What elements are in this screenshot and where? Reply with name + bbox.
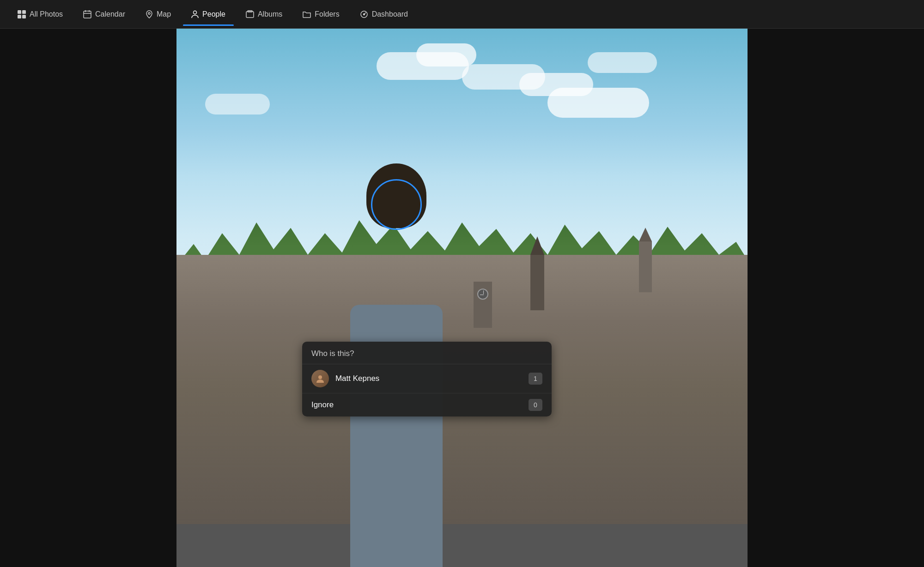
nav-item-calendar[interactable]: Calendar [75,7,134,21]
person-avatar [311,370,329,387]
svg-point-9 [194,11,197,14]
nav-label-dashboard: Dashboard [372,10,408,18]
church-steeple [639,228,652,241]
ignore-count: 0 [529,399,542,411]
nav-label-folders: Folders [315,10,339,18]
nav-item-all-photos[interactable]: All Photos [9,7,71,21]
ignore-label: Ignore [311,400,522,410]
album-icon [246,10,254,18]
tower [530,255,544,310]
steeple [530,236,544,255]
cloud-2 [416,43,476,66]
svg-rect-0 [18,10,21,14]
svg-rect-2 [18,15,21,18]
dashboard-icon [360,10,368,18]
map-pin-icon [146,10,153,18]
person-count: 1 [529,373,542,385]
person-icon [191,10,199,18]
svg-point-8 [148,12,150,14]
grid-icon [18,10,26,18]
cloud-7 [205,94,270,115]
nav-label-albums: Albums [258,10,282,18]
clock-tower [474,282,492,328]
svg-point-14 [318,375,322,379]
svg-rect-4 [84,11,91,18]
ignore-option[interactable]: Ignore 0 [302,393,552,416]
navigation-bar: All Photos Calendar Map [0,0,924,29]
nav-label-map: Map [157,10,171,18]
popup-title: Who is this? [302,342,552,364]
nav-item-map[interactable]: Map [137,7,179,21]
svg-rect-10 [246,12,254,18]
photo-viewer: Who is this? Matt Kepnes 1 Ignore 0 [176,29,748,567]
church-tower [639,241,652,292]
nav-label-calendar: Calendar [95,10,125,18]
nav-label-all-photos: All Photos [30,10,63,18]
cloud-5 [547,88,649,118]
who-is-this-popup: Who is this? Matt Kepnes 1 Ignore 0 [302,342,552,416]
cloud-6 [588,52,657,73]
clock-face [477,289,488,300]
folder-icon [303,11,311,18]
nav-item-albums[interactable]: Albums [237,7,291,21]
calendar-icon [83,10,91,18]
svg-point-13 [363,13,365,15]
svg-rect-3 [22,15,26,18]
nav-label-people: People [202,10,225,18]
face-detection-circle [371,179,422,230]
nav-item-dashboard[interactable]: Dashboard [352,7,416,21]
nav-item-folders[interactable]: Folders [294,7,347,21]
svg-rect-1 [22,10,26,14]
person-name: Matt Kepnes [335,374,522,383]
main-content: Who is this? Matt Kepnes 1 Ignore 0 [0,29,924,567]
person-option-matt-kepnes[interactable]: Matt Kepnes 1 [302,364,552,393]
nav-item-people[interactable]: People [183,7,234,21]
